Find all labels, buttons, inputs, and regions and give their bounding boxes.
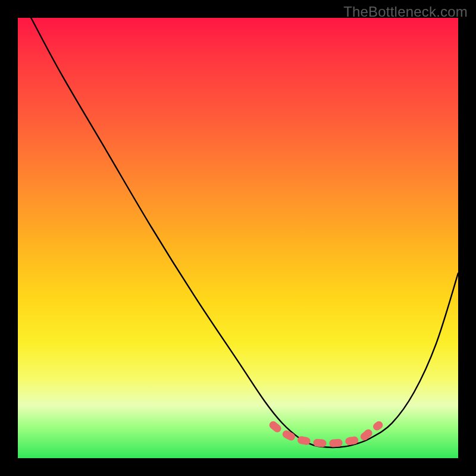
plot-area	[18, 18, 458, 458]
optimal-band-path	[273, 425, 379, 444]
chart-frame: TheBottleneck.com	[0, 0, 476, 476]
bottleneck-curve-path	[31, 18, 458, 447]
curve-overlay	[18, 18, 458, 458]
